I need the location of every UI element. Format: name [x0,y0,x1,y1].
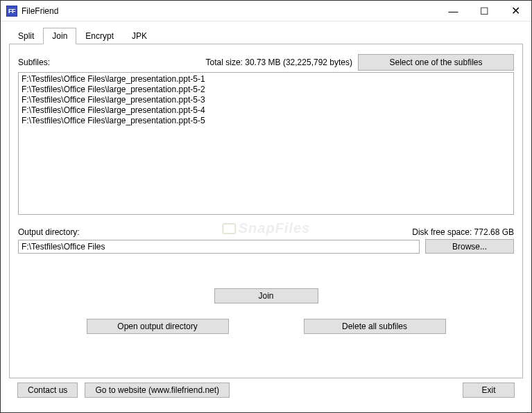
footer-bar: Contact us Go to website (www.filefriend… [9,378,523,398]
join-row: Join [18,288,514,304]
output-input-row: Browse... [18,239,514,254]
minimize-button[interactable]: — [438,1,469,21]
app-icon: FF [6,6,17,17]
contact-button[interactable]: Contact us [17,383,78,398]
open-output-button[interactable]: Open output directory [87,319,229,334]
close-button[interactable]: ✕ [500,1,531,21]
list-item[interactable]: F:\Testfiles\Office Files\large_presenta… [22,105,510,116]
tab-strip: Split Join Encrypt JPK [9,27,523,44]
subfiles-list[interactable]: F:\Testfiles\Office Files\large_presenta… [18,72,514,215]
tab-jpk[interactable]: JPK [123,28,156,44]
list-item[interactable]: F:\Testfiles\Office Files\large_presenta… [22,95,510,105]
browse-button[interactable]: Browse... [425,239,514,254]
titlebar: FF FileFriend — ☐ ✕ [1,1,531,21]
delete-all-button[interactable]: Delete all subfiles [304,319,446,334]
output-header-row: Output directory: Disk free space: 772.6… [18,227,514,237]
output-directory-label: Output directory: [18,227,80,237]
tab-panel-join: Subfiles: Total size: 30.73 MB (32,225,7… [9,44,523,378]
list-item[interactable]: F:\Testfiles\Office Files\large_presenta… [22,85,510,95]
join-button[interactable]: Join [214,288,318,304]
window-controls: — ☐ ✕ [438,1,531,21]
tab-encrypt[interactable]: Encrypt [76,28,123,44]
content-area: Split Join Encrypt JPK Subfiles: Total s… [1,21,531,405]
subfiles-label: Subfiles: [18,58,50,67]
window-title: FileFriend [22,6,58,16]
output-directory-input[interactable] [18,240,420,254]
maximize-button[interactable]: ☐ [469,1,500,21]
tab-join[interactable]: Join [43,28,76,44]
exit-button[interactable]: Exit [463,383,515,398]
select-subfile-button[interactable]: Select one of the subfiles [358,54,514,71]
secondary-actions-row: Open output directory Delete all subfile… [18,319,514,334]
list-item[interactable]: F:\Testfiles\Office Files\large_presenta… [22,116,510,126]
total-size-label: Total size: 30.73 MB (32,225,792 bytes) [206,58,352,67]
disk-free-label: Disk free space: 772.68 GB [412,227,514,237]
subfiles-header-row: Subfiles: Total size: 30.73 MB (32,225,7… [18,54,514,71]
website-button[interactable]: Go to website (www.filefriend.net) [85,383,230,398]
list-item[interactable]: F:\Testfiles\Office Files\large_presenta… [22,74,510,85]
tab-split[interactable]: Split [9,28,43,44]
